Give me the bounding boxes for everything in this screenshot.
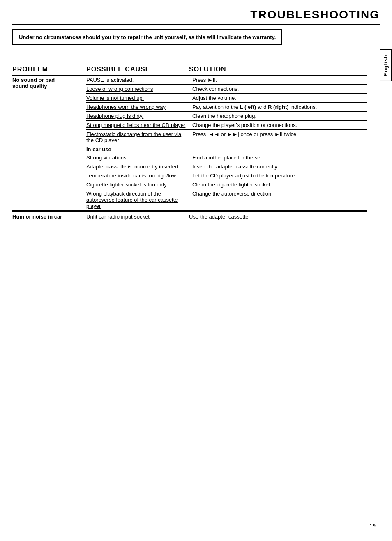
causes-solutions-list: PAUSE is activated. Press ►II. Loose or … — [86, 76, 367, 210]
content-area: PROBLEM POSSIBLE CAUSE SOLUTION No sound… — [12, 66, 367, 221]
solution-9: Insert the adapter cassette correctly. — [189, 162, 367, 171]
cause-row-1: PAUSE is activated. Press ►II. — [86, 76, 367, 85]
cause-7: Electrostatic discharge from the user vi… — [86, 130, 189, 145]
cause-row-12: Wrong playback direction of the autoreve… — [86, 189, 367, 210]
cause-1: PAUSE is activated. — [86, 76, 189, 84]
warning-text: Under no circumstances should you try to… — [19, 34, 276, 40]
language-tab: English — [380, 49, 392, 81]
solution-8: Find another place for the set. — [189, 153, 367, 162]
cause-4: Headphones worn the wrong way — [86, 103, 189, 111]
cause-row-10: Temperature inside car is too high/low. … — [86, 171, 367, 180]
cause-3: Volume is not turned up. — [86, 94, 189, 102]
hum-problem: Hum or noise in car — [12, 214, 86, 220]
hum-cause: Unfit car radio input socket — [86, 214, 189, 220]
solution-3: Adjust the volume. — [189, 94, 367, 102]
cause-row-7: Electrostatic discharge from the user vi… — [86, 130, 367, 145]
col-header-cause: POSSIBLE CAUSE — [86, 66, 189, 73]
cause-10: Temperature inside car is too high/low. — [86, 171, 189, 180]
solution-10: Let the CD player adjust to the temperat… — [189, 171, 367, 180]
hum-solution: Use the adapter cassette. — [189, 214, 367, 220]
cause-row-8: Strong vibrations Find another place for… — [86, 153, 367, 162]
cause-row-11: Cigarette lighter socket is too dirty. C… — [86, 180, 367, 189]
cause-row-4: Headphones worn the wrong way Pay attent… — [86, 103, 367, 112]
problem-text: No sound or badsound quality — [12, 77, 55, 89]
page-title: TROUBLESHOOTING — [12, 8, 380, 25]
cause-2: Loose or wrong connections — [86, 85, 189, 93]
col-header-solution: SOLUTION — [189, 66, 367, 73]
solution-6: Change the player's position or connecti… — [189, 121, 367, 129]
solution-12: Change the autoreverse direction. — [189, 189, 367, 210]
solution-1: Press ►II. — [189, 76, 367, 84]
in-car-label: In car use — [86, 145, 367, 153]
solution-4: Pay attention to the L (left) and R (rig… — [189, 103, 367, 111]
cause-5: Headphone plug is dirty. — [86, 112, 189, 120]
page-number: 19 — [370, 523, 376, 529]
cause-row-5: Headphone plug is dirty. Clean the headp… — [86, 112, 367, 121]
cause-8: Strong vibrations — [86, 153, 189, 162]
hum-row: Hum or noise in car Unfit car radio inpu… — [12, 211, 367, 221]
table-header: PROBLEM POSSIBLE CAUSE SOLUTION — [12, 66, 367, 76]
cause-row-6: Strong magnetic fields near the CD playe… — [86, 121, 367, 130]
solution-2: Check connections. — [189, 85, 367, 93]
solution-11: Clean the cigarette lighter socket. — [189, 180, 367, 189]
warning-box: Under no circumstances should you try to… — [12, 29, 282, 45]
cause-row-9: Adapter cassette is incorrectly inserted… — [86, 162, 367, 171]
in-car-header-row: In car use — [86, 145, 367, 153]
cause-12: Wrong playback direction of the autoreve… — [86, 189, 189, 210]
cause-row-3: Volume is not turned up. Adjust the volu… — [86, 94, 367, 103]
main-problem-section: No sound or badsound quality PAUSE is ac… — [12, 76, 367, 211]
cause-11: Cigarette lighter socket is too dirty. — [86, 180, 189, 189]
solution-7: Press |◄◄ or ►►| once or press ►II twice… — [189, 130, 367, 145]
cause-6: Strong magnetic fields near the CD playe… — [86, 121, 189, 129]
problem-label: No sound or badsound quality — [12, 76, 86, 210]
cause-row-2: Loose or wrong connections Check connect… — [86, 85, 367, 94]
solution-5: Clean the headphone plug. — [189, 112, 367, 120]
cause-9: Adapter cassette is incorrectly inserted… — [86, 162, 189, 171]
col-header-problem: PROBLEM — [12, 66, 86, 73]
